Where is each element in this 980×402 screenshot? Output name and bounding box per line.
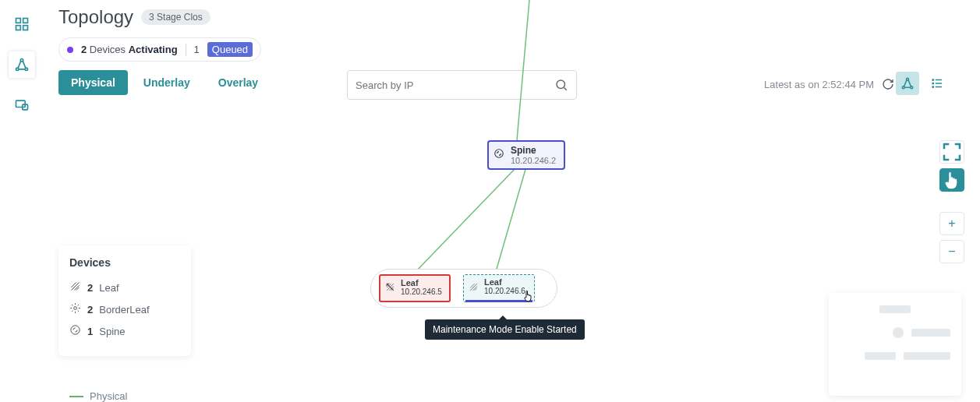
placeholder-row <box>840 352 950 360</box>
main-content: Topology 3 Stage Clos 2 Devices Activati… <box>43 0 980 402</box>
left-nav-rail <box>0 0 43 402</box>
svg-point-17 <box>932 83 934 84</box>
spine-icon <box>69 324 81 338</box>
topology-canvas[interactable]: Spine 10.20.246.2 Leaf 10.20.246.5 Leaf … <box>43 101 980 402</box>
pan-button[interactable] <box>939 168 964 192</box>
legend-physical: Physical <box>69 390 180 402</box>
device-label: Leaf <box>99 282 119 294</box>
zoom-out-button[interactable]: − <box>939 240 964 263</box>
device-row-spine: 1 Spine <box>69 320 180 342</box>
tab-underlay[interactable]: Underlay <box>131 70 203 95</box>
placeholder-bar <box>865 352 896 360</box>
leaf-group: Leaf 10.20.246.5 Leaf 10.20.246.6 <box>370 269 557 308</box>
node-leaf2-label: Leaf <box>484 277 529 287</box>
status-text: 2 Devices Activating <box>81 44 178 55</box>
legend-label: Physical <box>90 390 127 402</box>
svg-point-10 <box>907 78 909 80</box>
device-row-leaf: 2 Leaf <box>69 277 180 298</box>
svg-line-20 <box>413 167 517 274</box>
svg-point-22 <box>495 150 504 158</box>
spine-icon <box>494 148 504 162</box>
borderleaf-icon <box>69 302 81 316</box>
placeholder-bar <box>879 305 911 313</box>
tabs-group: Physical Underlay Overlay <box>58 70 271 95</box>
search-icon[interactable] <box>554 78 568 92</box>
leaf-icon <box>69 280 81 294</box>
fullscreen-button[interactable] <box>939 140 964 164</box>
node-tooltip: Maintenance Mode Enable Started <box>425 319 585 340</box>
svg-rect-3 <box>23 26 27 30</box>
svg-line-21 <box>495 167 526 274</box>
nav-devices-icon[interactable] <box>9 92 35 118</box>
legend-line-icon <box>69 396 83 397</box>
status-state: Activating <box>129 44 178 55</box>
status-dot-icon <box>67 47 73 53</box>
tab-search-row: Physical Underlay Overlay Latest as on 2… <box>58 70 964 95</box>
page-title: Topology <box>58 6 133 28</box>
zoom-in-button[interactable]: + <box>939 212 964 235</box>
devices-panel-title: Devices <box>69 256 180 269</box>
right-toolbar <box>896 72 949 95</box>
leaf-icon <box>385 281 395 295</box>
search-input[interactable] <box>356 79 554 91</box>
svg-rect-0 <box>16 19 20 23</box>
node-leaf2-ip: 10.20.246.6 <box>484 287 529 295</box>
device-count: 1 <box>87 326 93 337</box>
legend-panel: Physical <box>58 378 191 402</box>
placeholder-bar <box>911 329 950 337</box>
refresh-icon[interactable] <box>882 78 894 90</box>
queued-badge: Queued <box>207 42 253 57</box>
leaf-icon <box>469 281 479 295</box>
svg-rect-1 <box>23 19 27 23</box>
svg-point-18 <box>932 86 934 88</box>
queued-count: 1 <box>194 44 200 55</box>
node-leaf-2[interactable]: Leaf 10.20.246.6 <box>463 274 535 302</box>
placeholder-row <box>840 327 950 338</box>
svg-point-23 <box>74 307 77 310</box>
node-spine-ip: 10.20.246.2 <box>511 156 556 165</box>
minimap-panel <box>829 293 961 396</box>
device-label: Spine <box>99 326 125 337</box>
view-controls: + − <box>939 140 964 263</box>
node-leaf1-label: Leaf <box>401 278 444 287</box>
device-label: BorderLeaf <box>99 304 149 316</box>
search-input-wrap[interactable] <box>347 70 577 100</box>
status-divider <box>186 44 186 56</box>
device-count: 2 <box>87 282 93 294</box>
svg-point-24 <box>71 326 80 334</box>
svg-point-16 <box>932 79 934 81</box>
svg-point-9 <box>557 80 565 89</box>
device-count: 2 <box>87 304 93 316</box>
topology-view-icon[interactable] <box>896 72 919 95</box>
tab-overlay[interactable]: Overlay <box>206 70 271 95</box>
list-view-icon[interactable] <box>925 72 949 95</box>
svg-point-4 <box>20 59 23 62</box>
node-spine-label: Spine <box>511 145 556 156</box>
placeholder-dot <box>893 327 904 338</box>
device-row-borderleaf: 2 BorderLeaf <box>69 298 180 320</box>
node-spine[interactable]: Spine 10.20.246.2 <box>487 140 565 170</box>
nav-dashboard-icon[interactable] <box>9 11 35 37</box>
latest-status: Latest as on 2:52:44 PM <box>764 78 894 90</box>
stage-badge: 3 Stage Clos <box>141 9 211 25</box>
latest-label: Latest as on 2:52:44 PM <box>764 79 874 90</box>
placeholder-bar <box>904 352 950 360</box>
node-leaf-1[interactable]: Leaf 10.20.246.5 <box>379 274 451 302</box>
devices-panel: Devices 2 Leaf 2 BorderLeaf 1 <box>58 245 191 356</box>
svg-rect-2 <box>16 26 20 30</box>
nav-topology-icon[interactable] <box>9 51 35 78</box>
status-pill[interactable]: 2 Devices Activating 1 Queued <box>58 37 261 62</box>
node-leaf1-ip: 10.20.246.5 <box>401 287 444 296</box>
tab-physical[interactable]: Physical <box>58 70 128 95</box>
status-count: 2 <box>81 44 87 55</box>
status-mid: Devices <box>90 44 126 55</box>
page-header: Topology 3 Stage Clos <box>58 6 211 28</box>
